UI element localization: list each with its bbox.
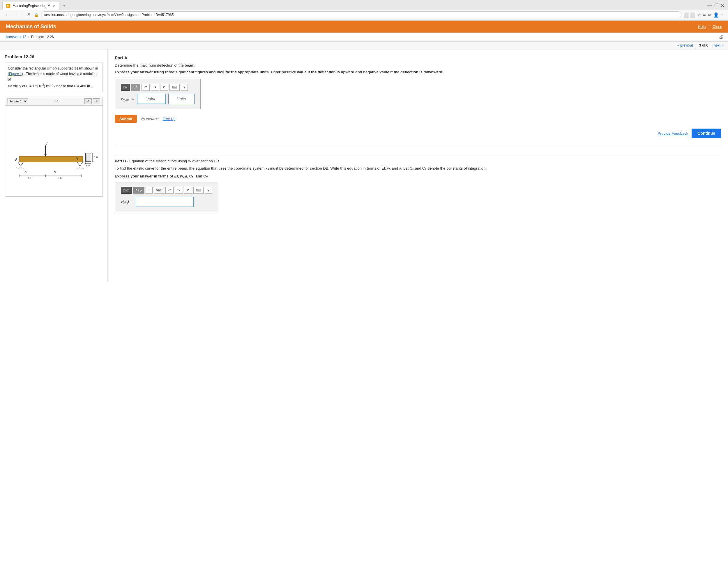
- active-tab[interactable]: M MasteringEngineering M ✕: [2, 2, 59, 9]
- reset-btn[interactable]: ↺: [160, 84, 168, 91]
- part-d-instruction-bold: Express your answer in terms of EI, w, a…: [115, 174, 208, 178]
- figure-of: of 1: [54, 100, 59, 103]
- vec-btn[interactable]: vec: [154, 187, 164, 194]
- figure-nav: < >: [84, 98, 100, 104]
- answer-row-a: vmax =: [121, 94, 194, 104]
- header-links: Help | Close: [698, 24, 722, 29]
- back-button[interactable]: ←: [3, 11, 11, 18]
- homework-link[interactable]: Homework 12: [5, 35, 26, 39]
- svg-line-13: [79, 168, 80, 168]
- svg-text:x₂: x₂: [54, 170, 56, 173]
- part-d-text: To find the elastic curve for the entire…: [115, 166, 721, 172]
- part-a-instruction-bold: Express your answer using three signific…: [115, 70, 443, 74]
- undo-btn2[interactable]: ↶: [165, 187, 174, 194]
- svg-text:x₁: x₁: [24, 170, 27, 173]
- vmax-label: vmax: [121, 96, 129, 102]
- breadcrumb: Homework 12 › Problem 12.26 🖨: [0, 33, 728, 41]
- svg-rect-22: [86, 154, 90, 161]
- svg-line-15: [83, 168, 84, 168]
- right-panel: Part A Determine the maximum deflection …: [108, 50, 728, 282]
- svg-text:4 ft: 4 ft: [58, 176, 62, 179]
- give-up-link[interactable]: Give Up: [163, 117, 175, 121]
- value-input[interactable]: [137, 94, 166, 104]
- new-tab-button[interactable]: +: [60, 2, 68, 9]
- arrows-btn[interactable]: ↕: [146, 187, 153, 194]
- equals-sign: =: [132, 97, 134, 101]
- help-math-btn[interactable]: ?: [181, 84, 188, 91]
- asy-btn[interactable]: AΣφ: [133, 187, 144, 194]
- figure-next-button[interactable]: >: [93, 98, 100, 104]
- part-d-label: Part D - Equation of the elastic curve u…: [115, 159, 721, 163]
- app-header: Mechanics of Solids Help | Close: [0, 21, 728, 33]
- svg-text:P: P: [46, 142, 48, 145]
- part-d-suffix: - Equation of the elastic curve using x₃…: [126, 159, 219, 163]
- edit-icon[interactable]: ✏: [708, 12, 711, 18]
- header-separator: |: [708, 24, 709, 29]
- part-d-section: Part D - Equation of the elastic curve u…: [115, 154, 721, 216]
- bookmark-icon[interactable]: ☆: [697, 12, 701, 18]
- tab-title: MasteringEngineering M: [12, 4, 50, 8]
- undo-btn[interactable]: ↶: [141, 84, 150, 91]
- sqrt-icon-btn[interactable]: □√□: [121, 187, 132, 194]
- minimize-button[interactable]: —: [707, 3, 712, 8]
- problem-count: 3 of 6: [699, 43, 708, 48]
- forward-button[interactable]: →: [14, 11, 22, 18]
- problem-text-line1: Consider the rectangular simply supporte…: [8, 66, 98, 71]
- nav-pipe2: |: [712, 43, 712, 48]
- refresh-button[interactable]: ↺: [24, 11, 32, 18]
- previous-link[interactable]: « previous: [677, 43, 693, 48]
- math-toolbar-a: □¬ μÃ ↶ ↷ ↺ ⌨ ?: [121, 84, 194, 91]
- part-a-section: Part A Determine the maximum deflection …: [115, 55, 721, 138]
- more-icon[interactable]: ···: [721, 12, 725, 18]
- window-close-button[interactable]: ✕: [721, 3, 725, 8]
- units-input[interactable]: [168, 94, 194, 104]
- next-link[interactable]: next »: [714, 43, 723, 48]
- profile-icon[interactable]: 👤: [713, 12, 719, 18]
- answer-row-d: v(x3) =: [121, 197, 212, 207]
- matrix-icon-btn[interactable]: □¬: [121, 84, 130, 91]
- problem-text: Consider the rectangular simply supporte…: [5, 62, 103, 92]
- figure-select[interactable]: Figure 1: [7, 98, 28, 104]
- figure-header: Figure 1 of 1 < >: [5, 97, 103, 106]
- keyboard-btn2[interactable]: ⌨: [193, 187, 204, 194]
- close-link[interactable]: Close: [712, 24, 722, 29]
- breadcrumb-current: Problem 12.26: [31, 35, 54, 39]
- figure-prev-button[interactable]: <: [84, 98, 92, 104]
- svg-line-3: [16, 168, 17, 168]
- browser-chrome: M MasteringEngineering M ✕ + — ❐ ✕ ← → ↺…: [0, 0, 728, 21]
- answer-box-d: □√□ AΣφ ↕ vec ↶ ↷ ↺ ⌨ ? v(x3) =: [115, 182, 218, 212]
- address-bar: ← → ↺ 🔒 ⬜⬜ ☆ ≡ ✏ 👤 ···: [0, 9, 728, 20]
- help-math-btn2[interactable]: ?: [205, 187, 212, 194]
- continue-button[interactable]: Continue: [692, 129, 721, 138]
- menu-icon[interactable]: ≡: [703, 12, 706, 18]
- problem-title: Problem 12.26: [5, 54, 103, 59]
- svg-text:6 in.: 6 in.: [94, 155, 98, 158]
- my-answers-label: My Answers: [140, 117, 159, 121]
- figure-link[interactable]: (Figure 1): [8, 72, 23, 76]
- lock-icon: 🔒: [34, 13, 39, 17]
- help-link[interactable]: Help: [698, 24, 706, 29]
- svg-rect-16: [19, 157, 83, 162]
- svg-text:8 ft: 8 ft: [28, 176, 32, 179]
- provide-feedback-link[interactable]: Provide Feedback: [658, 131, 688, 136]
- svg-line-5: [20, 168, 20, 168]
- svg-text:B: B: [76, 157, 78, 161]
- submit-button[interactable]: Submit: [115, 115, 137, 123]
- tab-close-button[interactable]: ✕: [53, 4, 56, 8]
- redo-btn[interactable]: ↷: [151, 84, 159, 91]
- mu-btn[interactable]: μÃ: [131, 84, 140, 91]
- left-panel: Problem 12.26 Consider the rectangular s…: [0, 50, 108, 282]
- part-a-description: Determine the maximum deflection of the …: [115, 63, 721, 67]
- reader-view-icon[interactable]: ⬜⬜: [684, 12, 695, 18]
- reset-btn2[interactable]: ↺: [184, 187, 192, 194]
- restore-button[interactable]: ❐: [714, 3, 719, 8]
- browser-toolbar: ⬜⬜ ☆ ≡ ✏ 👤 ···: [684, 12, 725, 18]
- answer-box-a: □¬ μÃ ↶ ↷ ↺ ⌨ ? vmax =: [115, 79, 201, 109]
- keyboard-btn[interactable]: ⌨: [170, 84, 180, 91]
- print-icon[interactable]: 🖨: [719, 34, 723, 39]
- vx3-input[interactable]: [136, 197, 194, 207]
- svg-line-4: [18, 168, 19, 168]
- url-input[interactable]: [41, 11, 681, 18]
- redo-btn2[interactable]: ↷: [175, 187, 183, 194]
- window-controls: — ❐ ✕: [707, 3, 728, 8]
